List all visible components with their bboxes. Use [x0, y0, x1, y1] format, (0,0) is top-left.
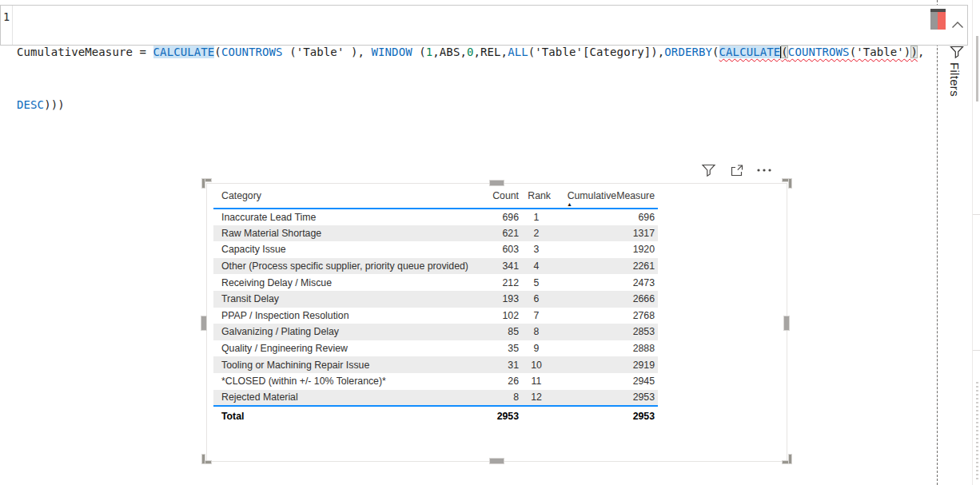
table-row[interactable]: Other (Process specific supplier, priori…	[213, 258, 658, 275]
total-row: Total29532953	[213, 406, 658, 425]
table-cell: 6	[522, 291, 551, 308]
table-cell: Tooling or Machining Repair Issue	[213, 356, 485, 373]
code-token: ,	[918, 46, 925, 58]
table-cell: 26	[485, 373, 522, 390]
code-token: (	[283, 46, 297, 58]
table-cell: 8	[522, 324, 551, 340]
code-token: CALCULATE	[719, 46, 781, 58]
code-token: COUNTROWS	[221, 46, 283, 58]
code-token: )	[910, 46, 918, 58]
table-cell: PPAP / Inspection Resolution	[213, 308, 485, 324]
dax-code-editor[interactable]: CumulativeMeasure = CALCULATE(COUNTROWS …	[17, 8, 929, 149]
table-cell: Other (Process specific supplier, priori…	[213, 258, 485, 275]
code-token: (	[412, 46, 426, 58]
table-visual[interactable]: CategoryCountRankCumulativeMeasure▲ Inac…	[206, 183, 787, 462]
table-row[interactable]: Galvanizing / Plating Delay8582853	[213, 324, 658, 340]
column-header-category[interactable]: Category	[213, 185, 485, 209]
table-cell: 3	[522, 241, 551, 258]
table-cell: 2888	[551, 340, 658, 357]
filter-icon	[701, 163, 716, 177]
line-number-gutter: 1	[1, 6, 13, 45]
column-header-cumulativemeasure[interactable]: CumulativeMeasure▲	[551, 185, 658, 209]
dax-formula-bar[interactable]: 1 CumulativeMeasure = CALCULATE(COUNTROW…	[0, 5, 968, 46]
code-token: ('Table')	[850, 46, 911, 58]
total-value: 2953	[551, 406, 658, 425]
table-row[interactable]: Receiving Delay / Miscue21252473	[213, 274, 658, 291]
code-token: COUNTROWS	[788, 46, 850, 58]
table-cell: 212	[485, 274, 522, 291]
table-cell: 85	[485, 324, 522, 340]
resize-handle-bottom-right[interactable]	[783, 455, 792, 464]
canvas-dashed-border	[937, 0, 938, 485]
table-cell: 2853	[551, 324, 658, 340]
scrollbar-separator	[973, 214, 980, 215]
table-cell: Capacity Issue	[213, 241, 485, 258]
table-row[interactable]: Inaccurate Lead Time6961696	[213, 209, 658, 225]
code-line-1[interactable]: CumulativeMeasure = CALCULATE(COUNTROWS …	[17, 43, 929, 61]
table-cell: 7	[522, 308, 551, 324]
table-cell: Quality / Engineering Review	[213, 340, 485, 357]
table-row[interactable]: Rejected Material8122953	[213, 390, 658, 407]
resize-handle-right-center[interactable]	[784, 316, 789, 330]
total-value: 2953	[485, 406, 522, 425]
table-row[interactable]: Capacity Issue60331920	[213, 241, 658, 258]
data-table: CategoryCountRankCumulativeMeasure▲ Inac…	[213, 185, 658, 425]
code-token: (	[214, 46, 221, 58]
table-cell: 2768	[551, 308, 658, 324]
table-cell: Transit Delay	[213, 291, 485, 308]
table-cell: Galvanizing / Plating Delay	[213, 324, 485, 340]
table-cell: 341	[485, 258, 522, 275]
resize-handle-left-center[interactable]	[201, 316, 206, 330]
scrollbar-thumb[interactable]	[976, 36, 978, 101]
table-cell: 102	[485, 308, 522, 324]
line-number: 1	[3, 8, 12, 26]
table-row[interactable]: Tooling or Machining Repair Issue3110291…	[213, 356, 658, 373]
table-cell: 10	[522, 356, 551, 373]
code-token: ,ABS,	[432, 46, 467, 58]
page-scrollbar[interactable]	[972, 0, 980, 485]
table-row[interactable]: Raw Material Shortage62121317	[213, 225, 658, 242]
focus-mode-button[interactable]	[728, 162, 744, 178]
resize-handle-bottom-left[interactable]	[202, 455, 212, 464]
focus-mode-icon	[729, 164, 744, 177]
code-token: (	[712, 46, 719, 58]
code-token: ('Table'[Category]),	[528, 46, 665, 58]
filters-pane-collapsed[interactable]: Filters	[943, 40, 970, 485]
table-row[interactable]: *CLOSED (within +/- 10% Tolerance)*26112…	[213, 373, 658, 390]
column-header-count[interactable]: Count	[485, 185, 522, 209]
table-row[interactable]: PPAP / Inspection Resolution10272768	[213, 308, 658, 324]
code-line-2[interactable]: DESC)))	[17, 96, 929, 113]
table-cell: 2261	[551, 258, 658, 275]
table-cell: 5	[522, 274, 551, 291]
more-options-button[interactable]	[756, 162, 772, 178]
table-row[interactable]: Transit Delay19362666	[213, 291, 658, 308]
scrollbar-separator	[973, 350, 980, 351]
table-cell: 1	[522, 209, 551, 225]
column-header-rank[interactable]: Rank	[522, 185, 551, 209]
table-cell: 8	[485, 390, 522, 407]
table-cell: 11	[522, 373, 551, 390]
resize-handle-top-right[interactable]	[783, 179, 792, 189]
table-row[interactable]: Quality / Engineering Review3592888	[213, 340, 658, 357]
table-cell: *CLOSED (within +/- 10% Tolerance)*	[213, 373, 485, 390]
table-cell: 696	[551, 209, 658, 225]
table-cell: Raw Material Shortage	[213, 225, 485, 242]
sort-ascending-icon: ▲	[567, 201, 572, 207]
visual-filters-button[interactable]	[700, 162, 716, 178]
formula-bar-collapse-button[interactable]	[948, 15, 967, 34]
minimap-error-marker	[938, 12, 946, 30]
resize-handle-bottom-center[interactable]	[490, 459, 504, 463]
table-cell: 1317	[551, 225, 658, 242]
editor-minimap[interactable]	[930, 9, 946, 30]
table-cell: 2473	[551, 274, 658, 291]
code-token: WINDOW	[372, 46, 412, 58]
code-token: 'Table'	[297, 46, 345, 58]
table-cell: Receiving Delay / Miscue	[213, 274, 485, 291]
resize-handle-top-center[interactable]	[490, 181, 504, 185]
code-token: CALCULATE	[153, 46, 215, 58]
code-token: DESC	[17, 98, 44, 111]
table-cell: 1920	[551, 241, 658, 258]
table-cell: 12	[522, 390, 551, 407]
resize-handle-top-left[interactable]	[202, 179, 212, 189]
table-cell: 4	[522, 258, 551, 275]
